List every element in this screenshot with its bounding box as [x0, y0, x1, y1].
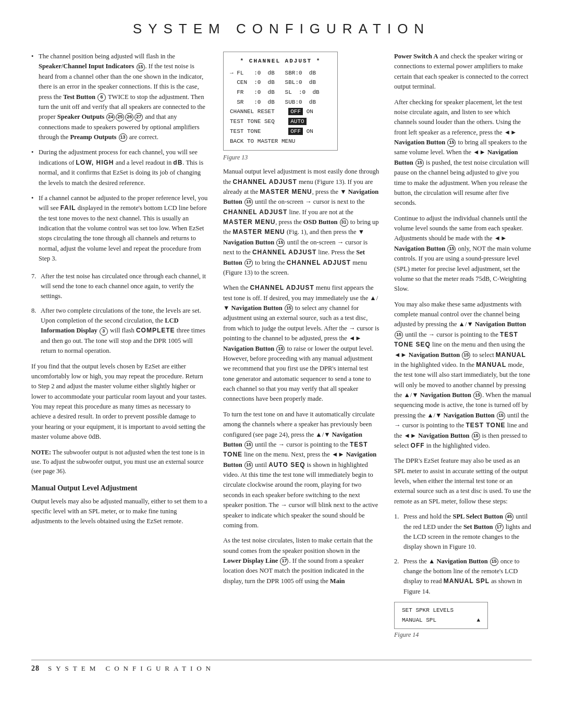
numbered-item-7: 7. After the test noise has circulated o… [31, 272, 209, 302]
bullet-item-2: During the adjustment process for each c… [31, 147, 209, 188]
btn-15c: 15 [285, 304, 293, 313]
btn-15b: 15 [276, 239, 285, 247]
btn-15n: 15 [472, 432, 480, 440]
badge-24: 24 [106, 113, 115, 121]
badge-25: 25 [116, 113, 124, 121]
btn-17: 17 [244, 259, 253, 267]
right-numbered-list: 1. Press and hold the SPL Select Button … [394, 512, 532, 597]
btn-6: 6 [97, 93, 106, 102]
btn-15k: 15 [462, 351, 470, 360]
right-column: Power Switch A and check the speaker wir… [394, 52, 532, 644]
note-subwoofer: NOTE: The subwoofer output is not adjust… [31, 448, 209, 476]
spl-display-box: SET SPKR LEVELS MANUAL SPL ▲ [394, 602, 488, 628]
btn-45: 45 [505, 513, 513, 521]
ca-row-cen: CEN :0 dB SBL:0 dB [230, 78, 331, 88]
numbered-list: 7. After the test noise has circulated o… [31, 272, 209, 356]
spl-line1: SET SPKR LEVELS [402, 606, 480, 615]
channel-adjust-box: * CHANNEL ADJUST * → FL :0 dB SBR:0 dB C… [223, 52, 338, 151]
bullet-item-1: The channel position being adjusted will… [31, 52, 209, 142]
page-footer: 28 SYSTEM CONFIGURATION [31, 660, 532, 673]
page-header: SYSTEM CONFIGURATION [31, 21, 532, 37]
right-para4: You may also make these same adjustments… [394, 300, 532, 451]
right-para2: After checking for speaker placement, le… [394, 97, 532, 208]
footer-page-number: 28 [31, 664, 40, 673]
btn-15h: 15 [415, 159, 424, 167]
figure13-label: Figure 13 [223, 154, 380, 162]
btn-15o: 15 [490, 558, 498, 566]
right-para5: The DPR's EzSet feature may also be used… [394, 456, 532, 507]
btn-15l: 15 [473, 391, 482, 400]
ca-test-tone: TEST TONE OFF ON [230, 127, 331, 137]
page-title: SYSTEM CONFIGURATION [31, 21, 532, 37]
left-column: The channel position being adjusted will… [31, 52, 209, 644]
off2-label: OFF [288, 128, 303, 135]
middle-column: * CHANNEL ADJUST * → FL :0 dB SBR:0 dB C… [223, 52, 380, 644]
ca-row-fr: FR :0 dB SL :0 dB [230, 88, 331, 97]
mid-para3: To turn the test tone on and have it aut… [223, 410, 380, 531]
ca-test-tone-seq: TEST TONE SEQ AUTO [230, 117, 331, 127]
bullet-list: The channel position being adjusted will… [31, 52, 209, 264]
btn-17b: 17 [280, 557, 288, 565]
btn-15d: 15 [276, 345, 285, 353]
spl-line2: MANUAL SPL [402, 615, 436, 625]
spl-arrow: ▲ [476, 615, 480, 625]
right-numbered-item-2: 2. Press the ▲ Navigation Button 15 once… [394, 557, 532, 597]
numbered-item-8: 8. After two complete circulations of th… [31, 306, 209, 356]
ca-header: * CHANNEL ADJUST * [230, 56, 331, 66]
bullet-item-3: If a channel cannot be adjusted to the p… [31, 193, 209, 264]
btn-15f: 15 [244, 461, 253, 470]
footer-title: SYSTEM CONFIGURATION [48, 664, 215, 673]
btn-3: 3 [100, 327, 108, 336]
ca-row-sr: SR :0 dB SUB:0 dB [230, 97, 331, 107]
ca-row-fl: → FL :0 dB SBR:0 dB [230, 68, 331, 78]
mid-para4: As the test noise circulates, listen to … [223, 536, 380, 586]
btn-15i: 15 [447, 245, 456, 253]
indicator-15: 15 [137, 63, 145, 71]
ca-back-master: BACK TO MASTER MENU [230, 137, 331, 146]
auto-label: AUTO [288, 118, 306, 125]
btn-15m: 15 [497, 412, 505, 420]
btn-13: 13 [119, 133, 127, 142]
right-para1: Power Switch A and check the speaker wir… [394, 52, 532, 92]
ca-channel-reset: CHANNEL RESET OFF ON [230, 107, 331, 117]
paragraph-ezset: If you find that the output levels chose… [31, 362, 209, 442]
btn-15j: 15 [395, 331, 403, 339]
btn-15e: 15 [244, 441, 253, 449]
btn-15g: 15 [447, 139, 456, 147]
btn-17c: 17 [495, 523, 504, 532]
btn-31: 31 [340, 218, 348, 227]
manual-heading: Manual Output Level Adjustment [31, 484, 209, 492]
page: SYSTEM CONFIGURATION The channel positio… [0, 0, 563, 728]
manual-para: Output levels may also be adjusted manua… [31, 497, 209, 527]
badge-27: 27 [134, 113, 143, 121]
off-label: OFF [288, 108, 303, 115]
mid-para2: When the CHANNEL ADJUST menu first appea… [223, 283, 380, 404]
btn-15a: 15 [244, 198, 253, 206]
right-para3: Continue to adjust the individual channe… [394, 214, 532, 294]
spl-line2-row: MANUAL SPL ▲ [402, 615, 480, 625]
right-numbered-item-1: 1. Press and hold the SPL Select Button … [394, 512, 532, 552]
figure14-label: Figure 14 [394, 631, 532, 639]
mid-para1: Manual output level adjustment is most e… [223, 167, 380, 278]
main-content: The channel position being adjusted will… [31, 52, 532, 644]
badge-26: 26 [125, 113, 133, 121]
